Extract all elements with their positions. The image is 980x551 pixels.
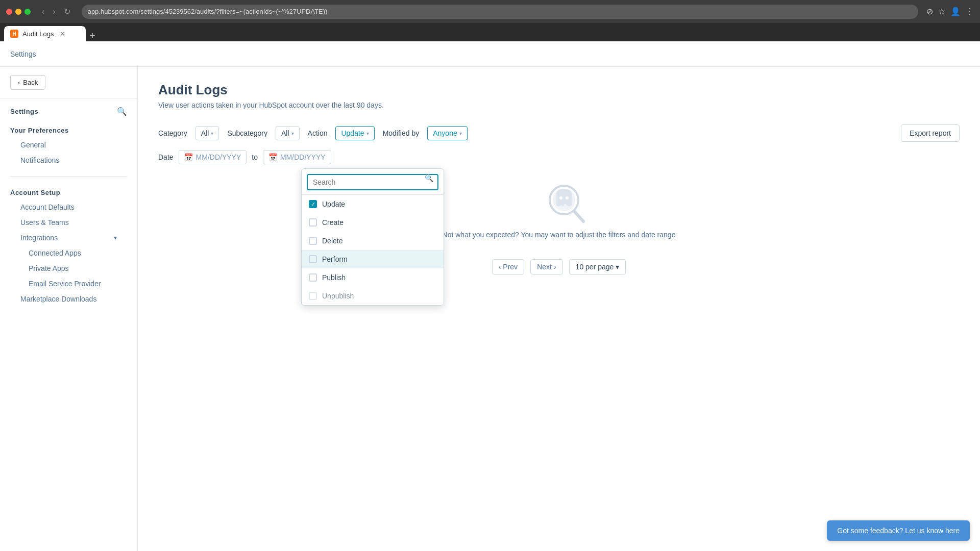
sidebar-item-private-apps[interactable]: Private Apps [10,261,127,276]
settings-search-icon[interactable]: 🔍 [117,107,127,116]
profile-icon[interactable]: 👤 [950,7,961,16]
sidebar-item-email-service-provider[interactable]: Email Service Provider [10,276,127,291]
perform-checkbox[interactable] [309,255,317,263]
minimize-window-btn[interactable] [15,9,21,15]
close-window-btn[interactable] [6,9,12,15]
sidebar-item-connected-apps[interactable]: Connected Apps [10,245,127,261]
update-checkbox[interactable]: ✓ [309,200,317,208]
back-label: Back [23,79,38,86]
next-arrow-icon: › [554,263,556,271]
category-filter-btn[interactable]: All ▾ [195,126,219,140]
svg-point-4 [566,196,569,199]
category-label: Category [158,129,187,137]
back-button[interactable]: ‹ Back [10,75,45,90]
reload-btn[interactable]: ↻ [61,6,74,17]
sidebar-item-integrations[interactable]: Integrations ▾ [10,230,127,245]
sidebar-item-account-defaults[interactable]: Account Defaults [10,199,127,215]
calendar-to-icon: 📅 [268,153,277,161]
tab-favicon: H [10,30,18,38]
subcategory-filter-value: All [281,129,289,137]
subcategory-filter-btn[interactable]: All ▾ [276,126,300,140]
modified-by-filter-btn[interactable]: Anyone ▾ [427,126,467,140]
date-to-placeholder: MM/DD/YYYY [280,153,326,161]
dropdown-item-update[interactable]: ✓ Update [302,195,444,213]
prev-page-btn[interactable]: ‹ Prev [492,259,524,274]
create-label: Create [322,218,344,227]
no-results-illustration [528,180,590,231]
category-filter-arrow-icon: ▾ [211,131,213,136]
prev-label: Prev [503,263,518,271]
back-arrow-icon: ‹ [18,79,20,86]
per-page-arrow-icon: ▾ [616,263,619,271]
export-report-btn[interactable]: Export report [901,124,960,142]
action-filter-btn[interactable]: Update ▾ [335,126,374,140]
url-text: app.hubspot.com/settings/45239562/audits… [88,8,328,15]
publish-checkbox[interactable] [309,273,317,282]
unpublish-checkbox[interactable] [309,292,317,300]
menu-icon[interactable]: ⋮ [966,7,974,16]
no-results-text: Not what you expected? You may want to a… [443,231,676,239]
subcategory-filter-arrow-icon: ▾ [291,131,294,136]
dropdown-item-perform[interactable]: Perform [302,250,444,268]
app-layout: ‹ Back Settings 🔍 Your Preferences Gener… [0,41,980,551]
date-from-input[interactable]: 📅 MM/DD/YYYY [179,150,247,164]
sidebar-section-account-setup: Account Setup Account Defaults Users & T… [0,181,137,311]
integrations-chevron-icon: ▾ [114,234,117,241]
page-subtitle: View user actions taken in your HubSpot … [158,101,960,109]
category-filter-value: All [201,129,209,137]
sidebar-section-preferences: Your Preferences General Notifications [0,118,137,172]
sidebar-back-section: ‹ Back [0,67,137,98]
bookmark-icon[interactable]: ☆ [938,7,945,16]
window-controls [6,9,31,15]
dropdown-item-delete[interactable]: Delete [302,232,444,250]
per-page-btn[interactable]: 10 per page ▾ [569,259,626,274]
create-checkbox[interactable] [309,218,317,227]
dropdown-item-unpublish[interactable]: Unpublish [302,287,444,305]
filter-bar: Category All ▾ Subcategory All ▾ Action … [158,124,960,142]
dropdown-search-icon: 🔍 [425,174,433,182]
forward-browser-btn[interactable]: › [50,6,58,17]
preferences-section-header: Your Preferences [10,127,127,134]
dropdown-item-publish[interactable]: Publish [302,268,444,287]
settings-label: Settings [10,108,38,115]
action-dropdown-menu: 🔍 ✓ Update Create Delete Perform Publish… [301,168,444,306]
date-row: Date 📅 MM/DD/YYYY to 📅 MM/DD/YYYY [158,150,960,164]
action-filter-arrow-icon: ▾ [366,131,369,136]
publish-label: Publish [322,273,346,282]
extension-icon: ⊘ [926,7,933,16]
sidebar-divider-1 [10,176,127,177]
active-tab[interactable]: H Audit Logs ✕ [4,26,86,41]
modified-by-label: Modified by [383,129,420,137]
browser-chrome: ‹ › ↻ app.hubspot.com/settings/45239562/… [0,0,980,23]
dropdown-item-create[interactable]: Create [302,213,444,232]
action-label: Action [308,129,328,137]
subcategory-label: Subcategory [227,129,267,137]
account-setup-title: Account Setup [10,189,60,196]
date-to-input[interactable]: 📅 MM/DD/YYYY [263,150,331,164]
browser-nav: ‹ › ↻ [39,6,74,17]
top-bar-nav: Settings [10,50,36,58]
sidebar-header: Settings 🔍 [0,98,137,118]
svg-line-2 [574,211,583,221]
delete-checkbox[interactable] [309,237,317,245]
action-filter-value: Update [341,129,364,137]
sidebar-item-marketplace-downloads[interactable]: Marketplace Downloads [10,291,127,307]
account-setup-section-header: Account Setup [10,189,127,196]
page-title: Audit Logs [158,82,960,98]
update-label: Update [322,200,345,208]
tab-title: Audit Logs [22,30,54,38]
sidebar-item-users-teams[interactable]: Users & Teams [10,215,127,230]
next-page-btn[interactable]: Next › [530,259,562,274]
new-tab-btn[interactable]: + [86,31,100,41]
sidebar-item-general[interactable]: General [10,137,127,153]
export-report-label: Export report [910,129,951,137]
address-bar[interactable]: app.hubspot.com/settings/45239562/audits… [82,5,918,19]
feedback-button[interactable]: Got some feedback? Let us know here [827,520,970,541]
sidebar-item-notifications[interactable]: Notifications [10,153,127,168]
back-browser-btn[interactable]: ‹ [39,6,47,17]
maximize-window-btn[interactable] [24,9,31,15]
tab-close-btn[interactable]: ✕ [60,30,65,38]
per-page-label: 10 per page [576,263,614,271]
next-label: Next [537,263,552,271]
dropdown-search-input[interactable] [307,174,438,190]
